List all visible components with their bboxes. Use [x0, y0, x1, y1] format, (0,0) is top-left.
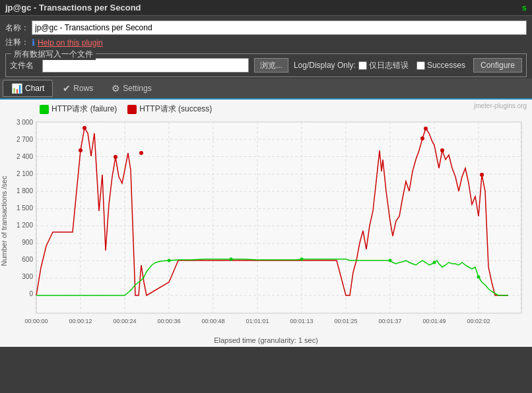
successes-checkbox[interactable] [416, 61, 425, 70]
svg-text:00:00:36: 00:00:36 [157, 318, 180, 324]
help-link[interactable]: Help on this plugin [38, 38, 103, 47]
file-input[interactable] [42, 58, 249, 73]
legend: HTTP请求 (failure) HTTP请求 (success) [0, 100, 532, 119]
svg-point-51 [139, 151, 143, 155]
svg-point-52 [420, 136, 424, 140]
tab-settings[interactable]: ⚙ Settings [103, 80, 160, 97]
rows-tab-icon: ✔ [63, 83, 71, 94]
svg-text:0: 0 [29, 290, 33, 297]
svg-point-58 [300, 258, 304, 261]
svg-text:1 500: 1 500 [17, 204, 33, 212]
svg-text:1 800: 1 800 [17, 187, 33, 195]
svg-text:00:01:13: 00:01:13 [290, 318, 313, 324]
form-section: 名称： 注释： ℹ Help on this plugin [0, 16, 532, 52]
svg-text:00:00:12: 00:00:12 [69, 318, 92, 324]
svg-text:900: 900 [22, 239, 33, 246]
svg-point-49 [83, 126, 86, 130]
svg-text:300: 300 [22, 273, 33, 280]
svg-rect-0 [36, 122, 521, 313]
svg-point-53 [424, 127, 428, 131]
configure-button[interactable]: Configure [473, 58, 522, 73]
svg-point-57 [230, 258, 233, 261]
green-indicator: s [522, 3, 527, 13]
legend-success-color [127, 105, 137, 114]
svg-text:01:01:01: 01:01:01 [246, 318, 269, 324]
svg-point-60 [433, 261, 436, 264]
log-errors-checkbox[interactable] [358, 61, 367, 70]
rows-tab-label: Rows [73, 84, 93, 93]
browse-button[interactable]: 浏览... [254, 58, 288, 73]
svg-text:600: 600 [22, 256, 33, 263]
info-icon: ℹ [32, 38, 35, 47]
svg-text:00:01:37: 00:01:37 [378, 318, 401, 324]
svg-text:00:01:25: 00:01:25 [334, 318, 357, 324]
svg-point-48 [79, 148, 83, 152]
name-input[interactable] [32, 20, 527, 35]
svg-text:00:00:00: 00:00:00 [24, 318, 48, 324]
svg-point-55 [480, 173, 484, 177]
chart-area: jmeter-plugins.org HTTP请求 (failure) HTTP… [0, 100, 532, 347]
legend-success-label: HTTP请求 (success) [139, 104, 212, 115]
legend-failure-label: HTTP请求 (failure) [51, 104, 117, 115]
chart-svg-container: 3 000 2 700 2 400 2 100 1 800 1 500 1 20… [0, 119, 532, 336]
tab-rows[interactable]: ✔ Rows [54, 80, 102, 97]
svg-text:2 100: 2 100 [17, 170, 33, 177]
svg-text:2 400: 2 400 [17, 153, 33, 160]
svg-point-56 [168, 259, 171, 262]
svg-point-50 [114, 155, 117, 159]
log-errors-checkbox-label[interactable]: 仅日志错误 [358, 60, 409, 71]
svg-text:Number of transactions /sec: Number of transactions /sec [0, 175, 8, 266]
settings-tab-icon: ⚙ [112, 83, 120, 94]
chart-tab-icon: 📊 [11, 83, 22, 94]
settings-tab-label: Settings [123, 84, 151, 93]
file-section: 所有数据写入一个文件 文件名 浏览... Log/Display Only: 仅… [5, 53, 527, 77]
svg-text:00:02:02: 00:02:02 [467, 318, 490, 324]
tabs-bar: 📊 Chart ✔ Rows ⚙ Settings [0, 78, 532, 100]
legend-failure: HTTP请求 (failure) [40, 104, 117, 115]
title-bar: jp@gc - Transactions per Second s [0, 0, 532, 16]
svg-text:3 000: 3 000 [17, 119, 33, 126]
tab-chart[interactable]: 📊 Chart [3, 80, 53, 97]
successes-checkbox-label[interactable]: Successes [416, 61, 465, 70]
chart-svg: 3 000 2 700 2 400 2 100 1 800 1 500 1 20… [0, 119, 532, 336]
file-row: 文件名 浏览... Log/Display Only: 仅日志错误 Succes… [10, 58, 522, 73]
svg-text:00:01:49: 00:01:49 [422, 318, 446, 324]
svg-text:00:00:24: 00:00:24 [113, 318, 136, 324]
svg-point-61 [477, 276, 481, 279]
name-row: 名称： [5, 20, 527, 35]
svg-point-59 [389, 259, 392, 262]
log-display-label: Log/Display Only: [294, 61, 356, 70]
name-label: 名称： [5, 22, 32, 34]
svg-text:2 700: 2 700 [17, 136, 33, 143]
file-section-title: 所有数据写入一个文件 [11, 49, 96, 60]
svg-text:1 200: 1 200 [17, 222, 33, 229]
svg-text:00:00:48: 00:00:48 [201, 318, 224, 324]
chart-watermark: jmeter-plugins.org [474, 102, 527, 109]
file-label: 文件名 [10, 60, 40, 71]
legend-failure-color [40, 105, 49, 114]
legend-success: HTTP请求 (success) [127, 104, 212, 115]
window-title: jp@gc - Transactions per Second [5, 3, 141, 13]
x-axis-label: Elapsed time (granularity: 1 sec) [0, 336, 532, 347]
svg-point-54 [440, 148, 444, 152]
comment-label: 注释： [5, 37, 32, 48]
chart-tab-label: Chart [25, 84, 44, 93]
comment-row: 注释： ℹ Help on this plugin [5, 37, 527, 48]
